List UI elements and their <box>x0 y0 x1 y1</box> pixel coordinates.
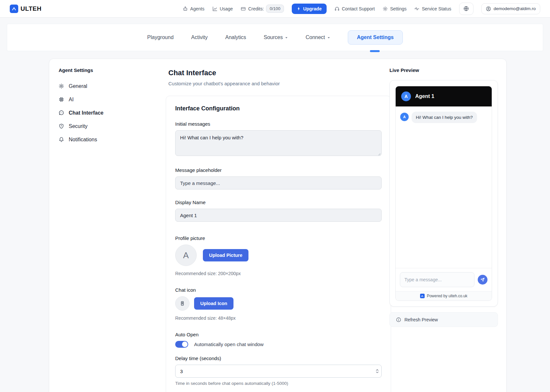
sidebar-item-label: Security <box>69 123 88 129</box>
chat-widget-header: A Agent 1 <box>396 86 492 106</box>
sidebar-item-ai[interactable]: AI <box>59 93 156 106</box>
chat-message: A Hi! What can I help you with? <box>400 112 487 123</box>
document-icon <box>179 301 185 306</box>
message-bubble: Hi! What can I help you with? <box>412 112 477 123</box>
globe-icon <box>463 6 469 11</box>
lightning-icon <box>297 7 301 11</box>
agent-tab-bar: Playground Activity Analytics Sources Co… <box>7 24 543 51</box>
nav-credits[interactable]: Credits: 0/100 <box>241 5 284 13</box>
message-placeholder-field: Message placeholder <box>175 167 382 189</box>
tab-connect[interactable]: Connect <box>305 35 330 40</box>
settings-sidebar: Agent Settings General AI Chat Interface… <box>59 67 156 146</box>
auto-open-toggle-label: Automatically open chat window <box>194 342 263 347</box>
auto-open-toggle[interactable] <box>175 341 188 348</box>
top-nav: Agents Usage Credits: 0/100 Upgrade <box>183 3 540 15</box>
initial-messages-textarea[interactable]: Hi! What can I help you with? <box>175 130 382 156</box>
resize-handle-icon[interactable] <box>377 152 381 156</box>
info-icon <box>396 317 401 322</box>
delay-time-input[interactable] <box>175 365 382 378</box>
chevron-down-icon <box>285 36 288 39</box>
nav-settings[interactable]: Settings <box>383 6 407 11</box>
chat-icon-preview <box>175 296 190 311</box>
tab-activity[interactable]: Activity <box>191 35 208 40</box>
chat-message-input[interactable] <box>400 272 474 287</box>
stepper-icon[interactable] <box>376 369 379 373</box>
account-menu[interactable]: demodemo@aldim.ro <box>481 3 540 14</box>
tab-connect-label: Connect <box>305 35 325 40</box>
interface-configuration-section: Interface Configuration Initial messages… <box>166 96 391 392</box>
tab-activity-label: Activity <box>191 35 208 40</box>
agent-avatar: A <box>401 91 411 101</box>
nav-agents-label: Agents <box>190 6 204 11</box>
message-placeholder-label: Message placeholder <box>175 167 382 173</box>
sidebar-item-label: AI <box>69 97 74 103</box>
nav-credits-label: Credits: <box>248 6 264 11</box>
brand[interactable]: ULTEH <box>10 5 41 13</box>
chip-icon <box>59 97 64 102</box>
gear-icon <box>383 6 388 11</box>
tab-agent-settings[interactable]: Agent Settings <box>348 30 403 45</box>
nav-service-status[interactable]: Service Status <box>414 6 451 11</box>
chevron-down-icon <box>327 36 330 39</box>
sidebar-title: Agent Settings <box>59 67 156 73</box>
language-button[interactable] <box>459 3 473 15</box>
nav-agents[interactable]: Agents <box>183 6 204 11</box>
sidebar-item-label: General <box>69 83 87 89</box>
brand-logo-icon <box>10 5 18 13</box>
nav-usage-label: Usage <box>220 6 233 11</box>
upgrade-label: Upgrade <box>303 6 322 11</box>
nav-contact-support-label: Contact Support <box>342 6 375 11</box>
tab-analytics[interactable]: Analytics <box>225 35 246 40</box>
upload-picture-button[interactable]: Upload Picture <box>203 249 248 261</box>
display-name-field: Display Name <box>175 200 382 222</box>
active-tab-indicator <box>370 50 380 52</box>
headset-icon <box>334 6 340 11</box>
tab-sources[interactable]: Sources <box>264 35 288 40</box>
sidebar-item-general[interactable]: General <box>59 79 156 93</box>
profile-picture-label: Profile picture <box>175 235 382 241</box>
sidebar-item-label: Chat Interface <box>69 110 104 116</box>
sidebar-item-label: Notifications <box>69 137 97 143</box>
nav-usage[interactable]: Usage <box>212 6 233 11</box>
sidebar-item-security[interactable]: Security <box>59 119 156 133</box>
pulse-icon <box>414 6 419 11</box>
message-placeholder-input[interactable] <box>175 176 382 189</box>
chat-bubble-icon <box>59 110 64 116</box>
section-title: Interface Configuration <box>175 105 382 112</box>
delay-time-hint: Time in seconds before chat opens automa… <box>175 381 382 386</box>
display-name-label: Display Name <box>175 200 382 205</box>
page-subtitle: Customize your chatbot's appearance and … <box>168 81 391 86</box>
tab-playground-label: Playground <box>147 35 174 40</box>
chat-message-list: A Hi! What can I help you with? <box>396 106 492 268</box>
message-avatar: A <box>400 113 409 121</box>
gear-icon <box>59 83 64 89</box>
upload-icon-button[interactable]: Upload Icon <box>194 297 233 310</box>
robot-icon <box>183 6 188 11</box>
initial-messages-field: Initial messages Hi! What can I help you… <box>175 121 382 157</box>
powered-by-text[interactable]: Powered by ulteh.co.uk <box>427 294 468 298</box>
nav-contact-support[interactable]: Contact Support <box>334 6 375 11</box>
live-preview-title: Live Preview <box>389 67 498 73</box>
agent-name: Agent 1 <box>415 93 434 99</box>
sidebar-item-chat-interface[interactable]: Chat Interface <box>59 106 156 119</box>
tab-agent-settings-label: Agent Settings <box>357 35 394 40</box>
display-name-input[interactable] <box>175 209 382 222</box>
shield-icon <box>59 123 64 129</box>
bell-icon <box>59 137 64 142</box>
top-header: ULTEH Agents Usage Credits: 0/100 <box>0 0 550 18</box>
upgrade-button[interactable]: Upgrade <box>292 4 327 14</box>
initial-messages-label: Initial messages <box>175 121 382 127</box>
credits-badge: 0/100 <box>266 5 284 13</box>
refresh-preview-button[interactable]: Refresh Preview <box>389 312 498 327</box>
preview-card: A Agent 1 A Hi! What can I help you with… <box>389 80 498 307</box>
chat-widget: A Agent 1 A Hi! What can I help you with… <box>395 86 492 301</box>
profile-picture-field: Profile picture A Upload Picture Recomme… <box>175 235 382 276</box>
sidebar-item-notifications[interactable]: Notifications <box>59 133 156 146</box>
page-title: Chat Interface <box>168 69 391 77</box>
toggle-knob <box>182 342 188 347</box>
profile-avatar: A <box>175 245 197 266</box>
send-button[interactable] <box>478 275 487 285</box>
auto-open-label: Auto Open <box>175 332 382 337</box>
chat-input-bar <box>396 268 492 291</box>
tab-playground[interactable]: Playground <box>147 35 174 40</box>
